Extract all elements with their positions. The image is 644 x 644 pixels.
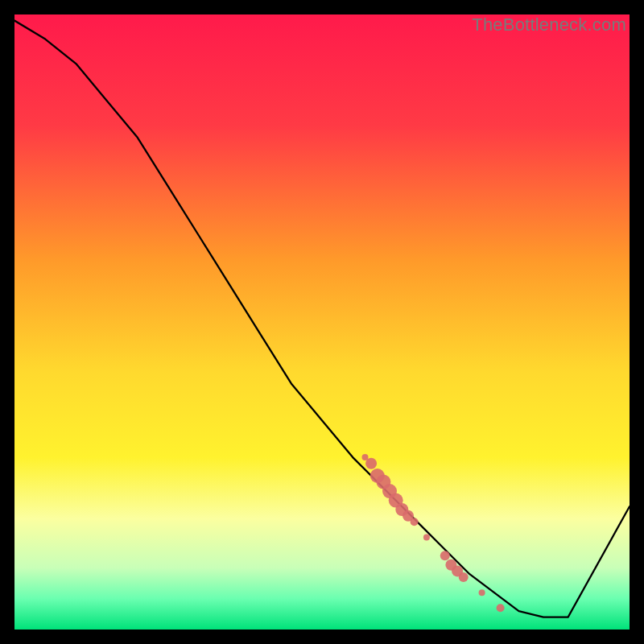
highlight-dot [459,572,469,582]
highlight-dot [497,604,505,612]
highlight-dot [365,458,377,469]
highlight-dot [423,534,430,540]
chart-frame: TheBottleneck.com [14,14,630,630]
bottleneck-chart [14,14,630,630]
highlight-dot [479,589,485,596]
highlight-dot [440,551,450,560]
highlight-dot [411,518,419,526]
gradient-background [14,14,630,630]
watermark-text: TheBottleneck.com [472,14,626,35]
